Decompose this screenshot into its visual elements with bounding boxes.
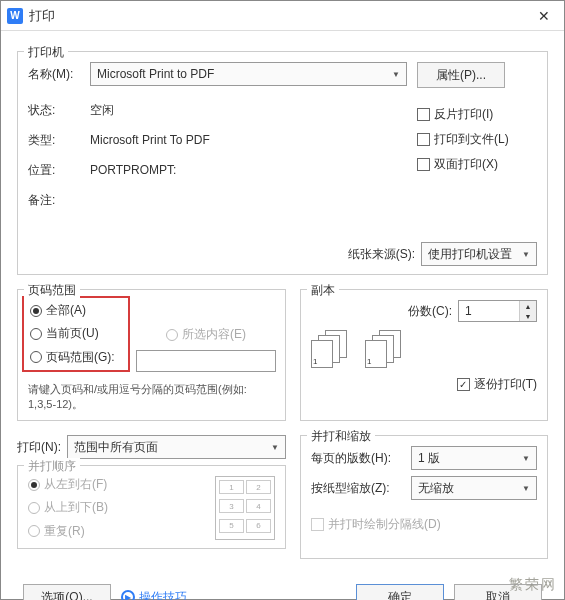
radio-icon bbox=[28, 479, 40, 491]
printer-group: 打印机 名称(M): Microsoft Print to PDF 属性(P).… bbox=[17, 51, 548, 275]
collate-checkbox[interactable]: ✓ 逐份打印(T) bbox=[457, 376, 537, 393]
page-range-input[interactable] bbox=[136, 350, 276, 372]
checkbox-icon bbox=[417, 158, 430, 171]
order-preview-icon: 12 34 56 bbox=[215, 476, 275, 540]
order-ttb-radio: 从上到下(B) bbox=[28, 499, 108, 516]
printer-name-label: 名称(M): bbox=[28, 66, 90, 83]
printer-name-select[interactable]: Microsoft Print to PDF bbox=[90, 62, 407, 86]
where-label: 位置: bbox=[28, 162, 90, 179]
checkbox-icon bbox=[417, 108, 430, 121]
order-ltr-radio: 从左到右(F) bbox=[28, 476, 107, 493]
page-range-title: 页码范围 bbox=[24, 282, 80, 299]
app-icon: W bbox=[7, 8, 23, 24]
pages-per-sheet-label: 每页的版数(H): bbox=[311, 450, 411, 467]
draw-lines-checkbox: 并打时绘制分隔线(D) bbox=[311, 516, 441, 533]
print-dialog: W 打印 ✕ 打印机 名称(M): Microsoft Print to PDF bbox=[0, 0, 565, 600]
collate-illustration: 3 2 1 3 2 1 bbox=[311, 330, 537, 370]
ok-button[interactable]: 确定 bbox=[356, 584, 444, 600]
status-value: 空闲 bbox=[90, 102, 407, 119]
printer-group-title: 打印机 bbox=[24, 44, 68, 61]
type-label: 类型: bbox=[28, 132, 90, 149]
radio-icon bbox=[166, 329, 178, 341]
copies-spinner[interactable]: 1 ▲ ▼ bbox=[458, 300, 537, 322]
radio-icon bbox=[28, 525, 40, 537]
page-range-all-radio[interactable]: 全部(A) bbox=[30, 302, 86, 319]
print-order-group: 并打顺序 从左到右(F) 从上到下(B) bbox=[17, 465, 286, 549]
tips-link[interactable]: ▶ 操作技巧 bbox=[121, 589, 187, 601]
title-bar[interactable]: W 打印 ✕ bbox=[1, 1, 564, 31]
play-icon: ▶ bbox=[121, 590, 135, 600]
zoom-title: 并打和缩放 bbox=[307, 428, 375, 445]
print-what-select[interactable]: 范围中所有页面 bbox=[67, 435, 286, 459]
radio-icon bbox=[30, 351, 42, 363]
printer-name-value: Microsoft Print to PDF bbox=[97, 67, 214, 81]
properties-button[interactable]: 属性(P)... bbox=[417, 62, 505, 88]
page-range-group: 页码范围 全部(A) 当前页(U) 页码范围(G): bbox=[17, 289, 286, 421]
order-repeat-radio: 重复(R) bbox=[28, 523, 85, 540]
spinner-up-icon[interactable]: ▲ bbox=[520, 301, 536, 311]
where-value: PORTPROMPT: bbox=[90, 163, 407, 177]
print-what-label: 打印(N): bbox=[17, 439, 61, 456]
spinner-down-icon[interactable]: ▼ bbox=[520, 311, 536, 321]
checkbox-icon bbox=[311, 518, 324, 531]
type-value: Microsoft Print To PDF bbox=[90, 133, 407, 147]
scale-label: 按纸型缩放(Z): bbox=[311, 480, 411, 497]
pages-per-sheet-select[interactable]: 1 版 bbox=[411, 446, 537, 470]
checkbox-icon bbox=[417, 133, 430, 146]
copies-label: 份数(C): bbox=[408, 303, 452, 320]
page-range-selection-radio: 所选内容(E) bbox=[166, 326, 246, 343]
order-title: 并打顺序 bbox=[24, 458, 80, 475]
radio-icon bbox=[28, 502, 40, 514]
comment-label: 备注: bbox=[28, 192, 90, 209]
print-to-file-checkbox[interactable]: 打印到文件(L) bbox=[417, 131, 537, 148]
radio-icon bbox=[30, 328, 42, 340]
paper-source-label: 纸张来源(S): bbox=[348, 246, 415, 263]
scale-select[interactable]: 无缩放 bbox=[411, 476, 537, 500]
copies-group: 副本 份数(C): 1 ▲ ▼ 3 bbox=[300, 289, 548, 421]
copies-value: 1 bbox=[459, 304, 519, 318]
radio-icon bbox=[30, 305, 42, 317]
close-button[interactable]: ✕ bbox=[524, 1, 564, 31]
checkbox-icon: ✓ bbox=[457, 378, 470, 391]
paper-source-select[interactable]: 使用打印机设置 bbox=[421, 242, 537, 266]
highlight-annotation: 全部(A) 当前页(U) 页码范围(G): bbox=[22, 296, 130, 372]
watermark: 繁荣网 bbox=[509, 576, 557, 594]
duplex-checkbox[interactable]: 双面打印(X) bbox=[417, 156, 537, 173]
status-label: 状态: bbox=[28, 102, 90, 119]
page-range-hint: 请键入页码和/或用逗号分隔的页码范围(例如: 1,3,5-12)。 bbox=[28, 382, 275, 413]
copies-title: 副本 bbox=[307, 282, 339, 299]
page-range-pages-radio[interactable]: 页码范围(G): bbox=[30, 349, 115, 366]
reverse-print-checkbox[interactable]: 反片打印(I) bbox=[417, 106, 537, 123]
zoom-group: 并打和缩放 每页的版数(H): 1 版 按纸型缩放(Z): 无缩放 bbox=[300, 435, 548, 559]
page-range-current-radio[interactable]: 当前页(U) bbox=[30, 325, 99, 342]
dialog-title: 打印 bbox=[29, 7, 524, 25]
options-button[interactable]: 选项(O)... bbox=[23, 584, 111, 600]
